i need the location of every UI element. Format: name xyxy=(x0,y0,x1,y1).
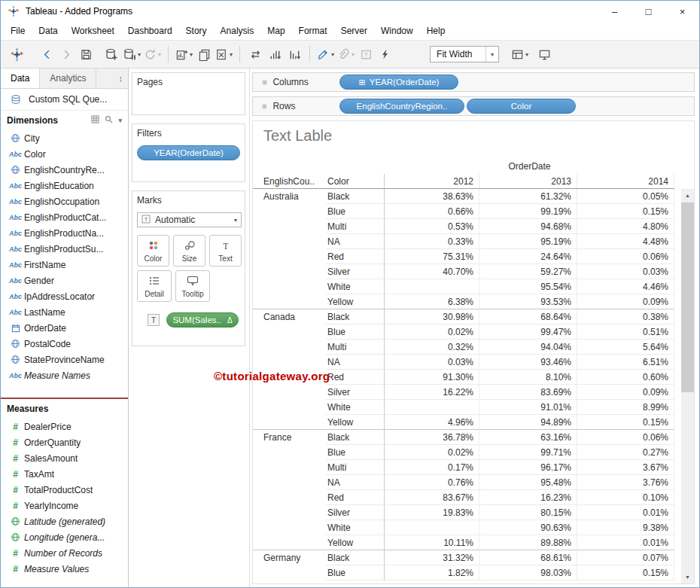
columns-shelf[interactable]: ≡ Columns ⊞YEAR(OrderDate) xyxy=(252,72,695,92)
table-row[interactable]: NA0.33%95.19%4.48% xyxy=(253,234,674,249)
color-cell[interactable]: NA xyxy=(326,234,385,249)
tableau-logo-icon[interactable] xyxy=(7,43,26,66)
table-row[interactable]: GermanyBlack31.32%68.61%0.07% xyxy=(253,550,674,565)
value-cell[interactable]: 3.67% xyxy=(577,460,674,475)
pill-year-orderdate[interactable]: YEAR(OrderDate) xyxy=(137,145,240,160)
menu-dashboard[interactable]: Dashboard xyxy=(121,22,179,40)
value-cell[interactable]: 5.64% xyxy=(577,340,674,355)
table-row[interactable]: Red83.67%16.23%0.10% xyxy=(253,490,674,505)
row-field-header[interactable]: EnglishCou.. xyxy=(253,174,326,188)
menu-data[interactable]: Data xyxy=(32,22,64,40)
country-cell[interactable] xyxy=(253,355,326,370)
field-ipaddresslocator[interactable]: AbcIpAddressLocator xyxy=(1,288,128,304)
table-row[interactable]: NA0.03%93.46%6.51% xyxy=(253,355,674,370)
row-field-header[interactable]: Color xyxy=(326,174,385,188)
field-orderquantity[interactable]: #OrderQuantity xyxy=(1,434,128,450)
value-cell[interactable]: 10.11% xyxy=(385,535,479,550)
country-cell[interactable] xyxy=(253,475,326,490)
value-cell[interactable]: 93.53% xyxy=(479,294,577,309)
table-row[interactable]: Silver16.22%83.69%0.09% xyxy=(253,385,674,400)
value-cell[interactable]: 93.46% xyxy=(479,355,577,370)
table-row[interactable]: Blue1.82%98.03%0.15% xyxy=(253,565,674,580)
table-row[interactable]: AustraliaBlack38.63%61.32%0.05% xyxy=(253,189,674,204)
color-cell[interactable]: Blue xyxy=(326,565,385,580)
color-cell[interactable]: Black xyxy=(326,550,385,565)
pill-englishcountryregion[interactable]: EnglishCountryRegion.. xyxy=(339,99,464,114)
view-data-icon[interactable] xyxy=(91,115,99,126)
value-cell[interactable]: 94.04% xyxy=(479,340,577,355)
color-cell[interactable]: Silver xyxy=(326,385,385,400)
table-row[interactable]: Blue0.02%99.47%0.51% xyxy=(253,324,674,340)
value-cell[interactable]: 0.01% xyxy=(577,535,674,550)
menu-story[interactable]: Story xyxy=(179,22,214,40)
value-cell[interactable]: 6.38% xyxy=(385,294,479,309)
field-firstname[interactable]: AbcFirstName xyxy=(1,257,128,273)
country-cell[interactable] xyxy=(253,460,326,475)
color-cell[interactable]: Black xyxy=(326,309,385,324)
table-row[interactable]: White91.01%8.99% xyxy=(253,400,674,415)
value-cell[interactable]: 0.09% xyxy=(577,385,674,400)
group-members-button[interactable]: ▾ xyxy=(336,43,356,66)
value-cell[interactable]: 0.01% xyxy=(577,505,674,520)
country-cell[interactable]: Australia xyxy=(253,189,326,204)
redo-button[interactable] xyxy=(56,43,76,66)
duplicate-sheet-button[interactable] xyxy=(194,43,214,66)
mark-type-dropdown[interactable]: T Automatic ▾ xyxy=(137,212,242,227)
menu-analysis[interactable]: Analysis xyxy=(214,22,261,40)
value-cell[interactable]: 38.63% xyxy=(385,189,479,204)
scroll-up-arrow-icon[interactable]: ▲ xyxy=(681,189,694,202)
value-cell[interactable]: 4.46% xyxy=(577,279,674,294)
value-cell[interactable]: 59.27% xyxy=(479,264,577,279)
country-cell[interactable] xyxy=(253,219,326,234)
field-stateprovincename[interactable]: StateProvinceName xyxy=(1,352,128,367)
pages-card[interactable]: Pages xyxy=(132,72,245,115)
value-cell[interactable]: 9.38% xyxy=(577,520,674,535)
rows-shelf[interactable]: ≡ Rows EnglishCountryRegion..Color xyxy=(252,96,695,116)
color-cell[interactable]: Blue xyxy=(326,324,385,340)
color-cell[interactable]: Silver xyxy=(326,264,385,279)
table-row[interactable]: Silver40.70%59.27%0.03% xyxy=(253,264,674,279)
scroll-down-arrow-icon[interactable]: ▼ xyxy=(681,571,694,583)
sort-fields-caret-icon[interactable]: ▾ xyxy=(118,117,122,124)
table-row[interactable]: NA0.76%95.48%3.76% xyxy=(253,475,674,490)
value-cell[interactable]: 0.15% xyxy=(577,204,674,219)
fit-selector[interactable]: Fit Width ▾ xyxy=(430,46,499,62)
country-cell[interactable] xyxy=(253,565,326,580)
value-cell[interactable]: 4.48% xyxy=(577,234,674,249)
country-cell[interactable] xyxy=(253,445,326,460)
field-postalcode[interactable]: PostalCode xyxy=(1,336,128,352)
country-cell[interactable] xyxy=(253,520,326,535)
country-cell[interactable] xyxy=(253,340,326,355)
value-cell[interactable]: 0.10% xyxy=(577,490,674,505)
country-cell[interactable]: Germany xyxy=(253,550,326,565)
value-cell[interactable]: 98.03% xyxy=(479,565,577,580)
undo-button[interactable] xyxy=(37,43,56,66)
color-cell[interactable]: Black xyxy=(326,430,385,445)
country-cell[interactable] xyxy=(253,249,326,264)
column-field-header[interactable]: OrderDate xyxy=(385,159,674,174)
value-cell[interactable]: 0.03% xyxy=(577,264,674,279)
color-cell[interactable]: Silver xyxy=(326,505,385,520)
pane-resize-icon[interactable]: ↕ xyxy=(114,69,129,88)
field-yearlyincome[interactable]: #YearlyIncome xyxy=(1,498,128,513)
value-cell[interactable]: 99.71% xyxy=(479,445,577,460)
show-mark-labels-button[interactable]: T xyxy=(356,43,376,66)
show-hide-cards-button[interactable]: ▾ xyxy=(510,43,530,66)
color-cell[interactable]: Blue xyxy=(326,445,385,460)
color-cell[interactable]: Red xyxy=(326,249,385,264)
value-cell[interactable]: 0.66% xyxy=(385,204,479,219)
table-row[interactable]: Yellow6.38%93.53%0.09% xyxy=(253,294,674,309)
value-cell[interactable]: 96.17% xyxy=(479,460,577,475)
value-cell[interactable]: 94.89% xyxy=(479,415,577,430)
field-orderdate[interactable]: OrderDate xyxy=(1,320,128,336)
value-cell[interactable]: 75.31% xyxy=(385,249,479,264)
value-cell[interactable]: 40.70% xyxy=(385,264,479,279)
value-cell[interactable]: 3.76% xyxy=(577,475,674,490)
field-measure-values[interactable]: #Measure Values xyxy=(1,561,128,577)
value-cell[interactable]: 0.38% xyxy=(577,309,674,324)
table-row[interactable]: CanadaBlack30.98%68.64%0.38% xyxy=(253,309,674,324)
field-totalproductcost[interactable]: #TotalProductCost xyxy=(1,482,128,498)
menu-file[interactable]: File xyxy=(4,22,32,40)
table-row[interactable]: Blue0.02%99.71%0.27% xyxy=(253,445,674,460)
value-cell[interactable]: 91.01% xyxy=(479,400,577,415)
